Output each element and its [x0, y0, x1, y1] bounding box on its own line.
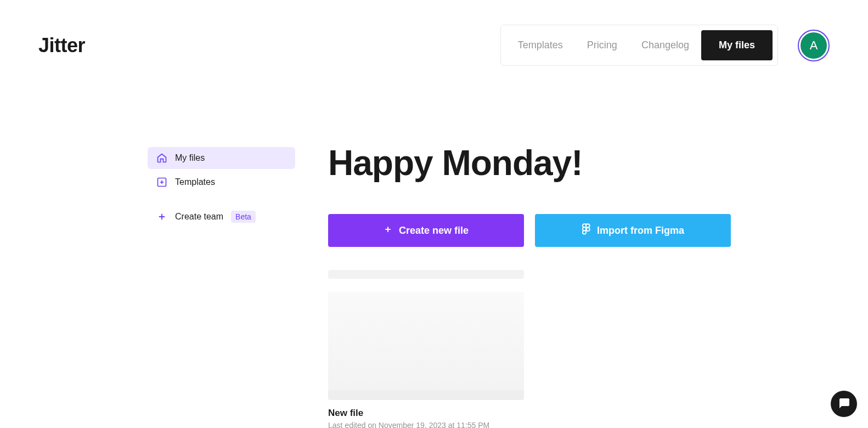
chat-widget-button[interactable] [831, 391, 857, 417]
import-from-figma-button[interactable]: Import from Figma [535, 214, 731, 247]
svg-point-1 [587, 227, 590, 230]
plus-icon [156, 211, 167, 222]
template-plus-icon [156, 177, 167, 188]
plus-icon [384, 225, 392, 236]
nav-changelog[interactable]: Changelog [629, 33, 701, 58]
sidebar-item-label: My files [175, 153, 205, 163]
actions: Create new file Import from Figma [328, 214, 868, 247]
file-card[interactable]: New file Last edited on November 19, 202… [328, 292, 524, 428]
sidebar-my-files[interactable]: My files [148, 147, 295, 169]
sidebar-templates[interactable]: Templates [148, 171, 295, 193]
create-new-file-button[interactable]: Create new file [328, 214, 524, 247]
sidebar-item-label: Templates [175, 177, 215, 187]
figma-icon [582, 223, 590, 238]
header-right: Templates Pricing Changelog My files A [500, 25, 830, 66]
chat-icon [837, 396, 850, 412]
create-button-label: Create new file [399, 225, 469, 236]
create-team-label: Create team [175, 212, 223, 222]
file-name: New file [328, 408, 524, 419]
create-team-button[interactable]: Create team Beta [148, 205, 295, 228]
nav-my-files[interactable]: My files [701, 30, 773, 60]
home-icon [156, 153, 167, 164]
header: Jitter Templates Pricing Changelog My fi… [0, 0, 868, 66]
nav-templates[interactable]: Templates [506, 33, 575, 58]
logo[interactable]: Jitter [38, 34, 85, 57]
nav-container: Templates Pricing Changelog My files [500, 25, 778, 66]
greeting-title: Happy Monday! [328, 143, 868, 183]
file-header-placeholder [328, 270, 524, 279]
file-grid: New file Last edited on November 19, 202… [328, 270, 868, 428]
file-thumbnail[interactable] [328, 292, 524, 400]
avatar[interactable]: A [798, 30, 830, 61]
beta-badge: Beta [231, 211, 256, 223]
import-button-label: Import from Figma [597, 225, 684, 236]
nav-pricing[interactable]: Pricing [575, 33, 629, 58]
content: My files Templates Create team Beta Happ… [0, 66, 868, 428]
file-meta: Last edited on November 19, 2023 at 11:5… [328, 421, 524, 428]
main: Happy Monday! Create new file [328, 147, 868, 428]
sidebar: My files Templates Create team Beta [148, 147, 295, 428]
